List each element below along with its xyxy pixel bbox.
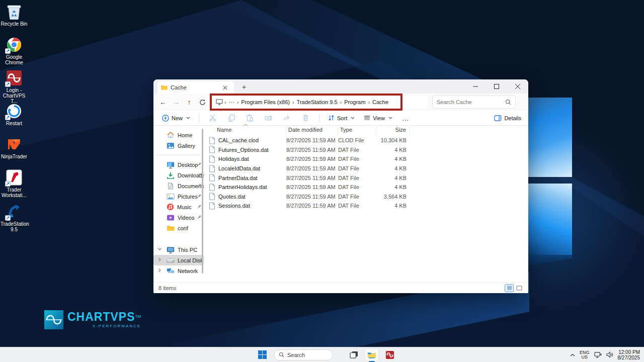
more-options-button[interactable]: … <box>398 114 414 122</box>
table-row[interactable]: Sessions.dat 8/27/2025 11:59 AM DAT File… <box>207 201 528 211</box>
pin-icon <box>197 162 202 167</box>
back-button[interactable]: ← <box>156 98 170 106</box>
desktop-icon-recycle-bin[interactable]: Recycle Bin <box>0 3 28 27</box>
pin-icon <box>197 183 202 188</box>
breadcrumb-item[interactable]: Program <box>342 99 367 105</box>
sidebar-item-network[interactable]: Network <box>153 265 204 276</box>
close-button[interactable] <box>507 79 528 94</box>
search-icon[interactable] <box>505 99 511 105</box>
column-header-size[interactable]: Size <box>376 127 410 136</box>
breadcrumb-item[interactable]: Cache <box>370 99 390 105</box>
sidebar-item-music[interactable]: Music <box>153 202 204 212</box>
view-button[interactable]: View <box>360 113 396 123</box>
title-bar[interactable]: Cache + <box>153 79 528 94</box>
desktop-icon-restart[interactable]: ↗Restart <box>0 103 28 126</box>
delete-icon[interactable] <box>297 113 314 123</box>
clock[interactable]: 12:00 PM 8/27/2025 <box>618 349 640 360</box>
sidebar-scrollbar[interactable] <box>202 129 203 274</box>
sort-button[interactable]: Sort <box>325 113 358 123</box>
breadcrumb[interactable]: ›⋯›Program Files (x86)›TradeStation 9.5›… <box>212 96 427 109</box>
cut-icon[interactable] <box>204 113 221 123</box>
minimize-button[interactable] <box>465 79 486 94</box>
file-date-modified: 8/27/2025 11:59 AM <box>286 147 338 153</box>
desktop-icon-chrome[interactable]: ↗Google Chrome <box>0 36 28 65</box>
file-explorer-taskbar-icon[interactable] <box>365 349 378 361</box>
table-row[interactable]: Holidays.dat 8/27/2025 11:59 AM DAT File… <box>207 154 528 164</box>
tray-chevron-up-icon[interactable] <box>570 353 575 356</box>
rename-icon[interactable] <box>260 113 277 123</box>
desktop-icon-tradestation[interactable]: ↗TradeStation 9.5 <box>0 203 28 232</box>
table-row[interactable]: LocaleIdData.dat 8/27/2025 11:59 AM DAT … <box>207 164 528 173</box>
folder-icon <box>167 225 175 231</box>
chevron-down-icon[interactable] <box>157 247 162 251</box>
share-icon[interactable] <box>279 113 295 123</box>
file-size: 4 KB <box>376 184 410 190</box>
explorer-tab-cache[interactable]: Cache <box>157 81 234 94</box>
sidebar-item-documents[interactable]: Documents <box>153 180 204 191</box>
table-row[interactable]: PartnerData.dat 8/27/2025 11:59 AM DAT F… <box>207 173 528 183</box>
desktop-icon-trader-workstation[interactable]: ↗Trader Workstati... <box>0 169 28 198</box>
file-icon <box>209 202 215 210</box>
new-button[interactable]: New <box>158 113 194 123</box>
sidebar-item-pictures[interactable]: Pictures <box>153 191 204 202</box>
up-button[interactable]: ↑ <box>183 98 196 106</box>
breadcrumb-item[interactable]: TradeStation 9.5 <box>295 99 340 105</box>
sidebar-item-downloads[interactable]: Downloads <box>153 170 204 180</box>
breadcrumb-overflow-button[interactable]: ⋯ <box>227 99 236 106</box>
downloads-icon <box>167 172 175 179</box>
file-size: 4 KB <box>376 165 410 171</box>
this-pc-icon[interactable] <box>216 99 223 105</box>
column-header-type[interactable]: Type <box>338 127 376 136</box>
volume-icon[interactable] <box>606 351 613 358</box>
refresh-icon[interactable] <box>196 99 209 106</box>
breadcrumb-item[interactable]: Program Files (x86) <box>239 99 292 105</box>
table-row[interactable]: CAL_cache.clod 8/27/2025 11:59 AM CLOD F… <box>207 136 528 145</box>
column-header-name[interactable]: Name <box>207 127 286 136</box>
sidebar-item-label: Music <box>177 204 192 210</box>
table-row[interactable]: Quotes.dat 8/27/2025 11:59 AM DAT File 3… <box>207 192 528 202</box>
column-header-date-modified[interactable]: Date modified <box>286 127 338 136</box>
details-view-toggle[interactable] <box>505 285 513 292</box>
sidebar-item-this-pc[interactable]: This PC <box>153 244 204 255</box>
sidebar-item-local-disk-c[interactable]: Local Disk (C:) <box>153 255 204 265</box>
shortcut-arrow-icon: ↗ <box>5 215 11 221</box>
sidebar-item-home[interactable]: Home <box>153 130 204 140</box>
table-row[interactable]: PartnerHolidays.dat 8/27/2025 11:59 AM D… <box>207 183 528 192</box>
start-button[interactable] <box>256 349 269 361</box>
maximize-button[interactable] <box>486 79 507 94</box>
paste-icon[interactable] <box>242 113 258 123</box>
gallery-icon <box>167 142 175 149</box>
tab-title: Cache <box>171 84 220 90</box>
tradestation-login-taskbar-icon[interactable] <box>383 349 396 361</box>
file-name: Futures_Options.dat <box>218 147 269 153</box>
desktop-icon-ninjatrader[interactable]: NinjaTrader <box>0 136 28 159</box>
file-icon <box>209 155 215 163</box>
desktop-icon-chartvps-login[interactable]: ↗Login - ChartVPS T... <box>0 69 28 104</box>
desktop-icon-label: Trader Workstati... <box>1 187 28 198</box>
sidebar-item-desktop[interactable]: Desktop <box>153 159 204 170</box>
tab-close-icon[interactable] <box>223 85 231 90</box>
explorer-body: Home Gallery Desktop Downloads Documents… <box>153 126 528 283</box>
search-input[interactable]: Search Cache <box>432 96 516 109</box>
home-icon <box>167 131 175 139</box>
details-pane-button[interactable]: Details <box>494 115 523 121</box>
copy-icon[interactable] <box>223 113 239 123</box>
network-icon[interactable] <box>594 351 602 358</box>
details-label: Details <box>504 115 521 121</box>
sidebar-item-label: Network <box>178 268 198 274</box>
language-indicator[interactable]: ENG US <box>580 350 590 359</box>
file-size: 3,564 KB <box>376 194 410 200</box>
column-headers: NameDate modifiedTypeSize <box>207 127 528 136</box>
task-view-button[interactable] <box>347 349 360 361</box>
forward-button[interactable]: → <box>170 98 183 106</box>
chevron-right-icon[interactable] <box>157 268 162 273</box>
taskbar-search-input[interactable]: Search <box>274 349 333 360</box>
sidebar-item-videos[interactable]: Videos <box>153 212 204 223</box>
sidebar-item-gallery[interactable]: Gallery <box>153 140 204 151</box>
thumbnail-view-toggle[interactable] <box>515 285 523 292</box>
sidebar-item-conf[interactable]: conf <box>153 223 204 233</box>
new-tab-button[interactable]: + <box>239 82 249 93</box>
chevron-right-icon[interactable] <box>157 257 162 262</box>
shortcut-arrow-icon: ↗ <box>5 48 11 54</box>
table-row[interactable]: Futures_Options.dat 8/27/2025 11:59 AM D… <box>207 145 528 155</box>
